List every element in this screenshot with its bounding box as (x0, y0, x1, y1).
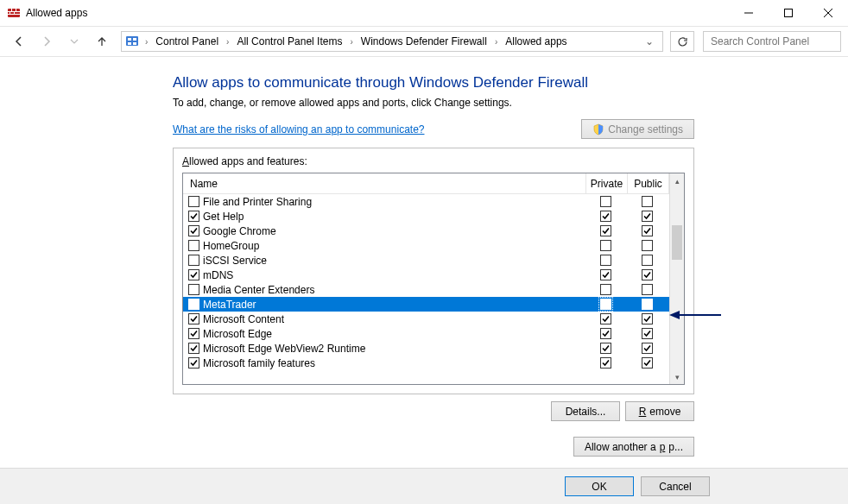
enable-checkbox[interactable] (188, 299, 199, 310)
private-checkbox[interactable] (600, 240, 611, 251)
app-name: mDNS (203, 269, 586, 281)
table-row[interactable]: Get Help (183, 209, 669, 224)
search-input[interactable] (703, 31, 841, 52)
nav-bar: › Control Panel › All Control Panel Item… (0, 26, 848, 57)
up-button[interactable] (90, 29, 114, 54)
svg-rect-6 (14, 12, 15, 14)
col-public[interactable]: Public (628, 173, 669, 193)
enable-checkbox[interactable] (188, 225, 199, 236)
app-name: Media Center Extenders (203, 284, 586, 296)
enable-checkbox[interactable] (188, 196, 199, 207)
public-checkbox[interactable] (642, 357, 653, 369)
enable-checkbox[interactable] (188, 284, 199, 295)
svg-rect-2 (8, 14, 20, 15)
public-checkbox[interactable] (642, 196, 653, 207)
breadcrumb[interactable]: › Control Panel › All Control Panel Item… (121, 31, 663, 52)
table-row[interactable]: MetaTrader (183, 297, 669, 312)
scroll-down-icon[interactable]: ▾ (670, 369, 684, 384)
public-checkbox[interactable] (642, 225, 653, 236)
table-row[interactable]: HomeGroup (183, 238, 669, 253)
public-checkbox[interactable] (642, 343, 653, 354)
scrollbar[interactable]: ▴ ▾ (669, 173, 684, 384)
svg-marker-19 (669, 311, 680, 319)
private-checkbox[interactable] (600, 211, 611, 222)
enable-checkbox[interactable] (188, 328, 199, 339)
public-checkbox[interactable] (642, 240, 653, 251)
app-name: Microsoft Edge WebView2 Runtime (203, 343, 586, 355)
allow-another-app-button[interactable]: Allow another app... (573, 437, 694, 457)
table-row[interactable]: Microsoft family features (183, 356, 669, 370)
minimize-button[interactable] (729, 0, 769, 26)
change-settings-button[interactable]: Change settings (581, 119, 694, 139)
change-settings-label: Change settings (608, 123, 683, 135)
breadcrumb-item[interactable]: Windows Defender Firewall (358, 34, 490, 49)
refresh-button[interactable] (670, 31, 694, 52)
enable-checkbox[interactable] (188, 240, 199, 251)
annotation-arrow-icon (669, 309, 721, 321)
back-button[interactable] (7, 29, 31, 54)
enable-checkbox[interactable] (188, 343, 199, 354)
private-checkbox[interactable] (600, 313, 611, 324)
details-button[interactable]: Details... (551, 401, 620, 421)
public-checkbox[interactable] (642, 211, 653, 222)
breadcrumb-item[interactable]: Control Panel (152, 34, 222, 49)
enable-checkbox[interactable] (188, 269, 199, 280)
chevron-right-icon: › (142, 37, 150, 47)
private-checkbox[interactable] (600, 328, 611, 339)
table-row[interactable]: Microsoft Edge (183, 326, 669, 341)
svg-rect-5 (9, 12, 10, 14)
col-private[interactable]: Private (586, 173, 628, 193)
public-checkbox[interactable] (642, 284, 653, 295)
enable-checkbox[interactable] (188, 357, 199, 369)
apps-list: Name Private Public File and Printer Sha… (182, 173, 685, 385)
remove-button[interactable]: Remove (625, 401, 694, 421)
app-name: Microsoft Edge (203, 328, 586, 340)
public-checkbox[interactable] (642, 328, 653, 339)
public-checkbox[interactable] (642, 255, 653, 266)
firewall-icon (7, 6, 21, 20)
window-controls (729, 0, 848, 26)
col-name[interactable]: Name (183, 173, 586, 193)
table-row[interactable]: Media Center Extenders (183, 282, 669, 297)
private-checkbox[interactable] (600, 255, 611, 266)
chevron-down-icon[interactable]: ⌄ (640, 35, 659, 47)
enable-checkbox[interactable] (188, 211, 199, 222)
scroll-up-icon[interactable]: ▴ (670, 173, 684, 188)
ok-button[interactable]: OK (565, 476, 634, 496)
table-row[interactable]: Microsoft Edge WebView2 Runtime (183, 341, 669, 356)
public-checkbox[interactable] (642, 299, 653, 310)
private-checkbox[interactable] (600, 343, 611, 354)
private-checkbox[interactable] (600, 196, 611, 207)
chevron-right-icon: › (492, 37, 500, 47)
search-field[interactable] (709, 35, 842, 48)
cancel-button[interactable]: Cancel (641, 476, 710, 496)
table-row[interactable]: Microsoft Content (183, 312, 669, 326)
recent-button[interactable] (62, 29, 86, 54)
public-checkbox[interactable] (642, 313, 653, 324)
private-checkbox[interactable] (600, 225, 611, 236)
private-checkbox[interactable] (600, 299, 611, 310)
breadcrumb-item[interactable]: All Control Panel Items (233, 34, 345, 49)
table-row[interactable]: Google Chrome (183, 224, 669, 238)
table-row[interactable]: File and Printer Sharing (183, 194, 669, 209)
scroll-thumb[interactable] (672, 225, 682, 260)
enable-checkbox[interactable] (188, 313, 199, 324)
private-checkbox[interactable] (600, 269, 611, 280)
maximize-button[interactable] (769, 0, 808, 26)
table-row[interactable]: iSCSI Service (183, 253, 669, 268)
risk-link[interactable]: What are the risks of allowing an app to… (173, 123, 424, 135)
control-panel-icon (125, 35, 139, 48)
list-header: Name Private Public (183, 173, 669, 194)
close-button[interactable] (808, 0, 848, 26)
svg-rect-15 (133, 42, 136, 45)
private-checkbox[interactable] (600, 284, 611, 295)
chevron-right-icon: › (224, 37, 231, 47)
app-name: MetaTrader (203, 299, 586, 311)
breadcrumb-item[interactable]: Allowed apps (502, 34, 570, 49)
private-checkbox[interactable] (600, 357, 611, 369)
public-checkbox[interactable] (642, 269, 653, 280)
forward-button[interactable] (35, 29, 59, 54)
svg-rect-3 (11, 9, 12, 11)
enable-checkbox[interactable] (188, 255, 199, 266)
table-row[interactable]: mDNS (183, 268, 669, 282)
